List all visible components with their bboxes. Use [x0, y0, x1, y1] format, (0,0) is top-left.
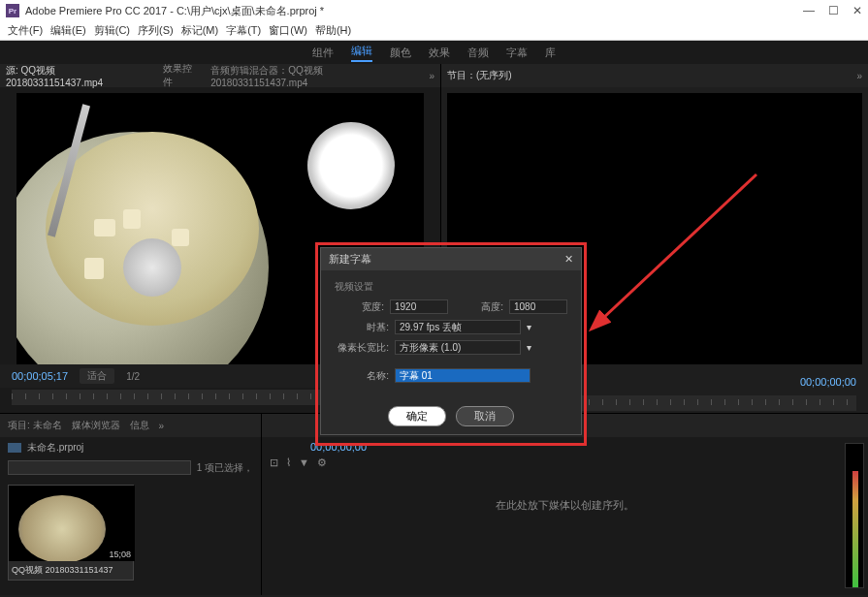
- marker-icon[interactable]: ▼: [299, 456, 309, 469]
- clip-name: QQ视频 20180331151437: [9, 561, 133, 580]
- timebase-dropdown[interactable]: [395, 320, 521, 334]
- source-panel-tabs: 源: QQ视频 20180331151437.mp4 效果控件 音频剪辑混合器：…: [0, 64, 440, 87]
- cancel-button[interactable]: 取消: [456, 406, 514, 426]
- menu-sequence[interactable]: 序列(S): [136, 23, 176, 38]
- timeline-tools: ⊡ ⌇ ▼ ⚙: [262, 453, 868, 473]
- dialog-titlebar[interactable]: 新建字幕 ✕: [321, 248, 581, 270]
- workspace-tabs: 组件 编辑 颜色 效果 音频 字幕 库: [0, 41, 868, 64]
- thumbnail-image: 15;08: [9, 486, 135, 561]
- source-tab-clip[interactable]: 源: QQ视频 20180331151437.mp4: [6, 64, 153, 88]
- panel-menu-icon[interactable]: »: [429, 71, 434, 81]
- ws-tab-color[interactable]: 颜色: [390, 46, 411, 60]
- project-panel-menu-icon[interactable]: »: [159, 421, 165, 431]
- ok-button[interactable]: 确定: [388, 406, 446, 426]
- dialog-close-icon[interactable]: ✕: [564, 253, 573, 266]
- project-filter-input[interactable]: [8, 460, 191, 475]
- menu-bar: 文件(F) 编辑(E) 剪辑(C) 序列(S) 标记(M) 字幕(T) 窗口(W…: [0, 21, 868, 41]
- dialog-title: 新建字幕: [329, 252, 371, 267]
- timeline-empty-hint: 在此处放下媒体以创建序列。: [496, 497, 634, 512]
- menu-edit[interactable]: 编辑(E): [48, 23, 88, 38]
- par-dropdown[interactable]: [395, 340, 521, 355]
- project-filter-row: 1 项已选择，: [0, 458, 261, 477]
- link-icon[interactable]: ⌇: [286, 456, 291, 469]
- width-label: 宽度:: [335, 300, 384, 314]
- project-thumbnails: 15;08 QQ视频 20180331151437: [0, 477, 261, 588]
- ws-tab-libraries[interactable]: 库: [545, 46, 556, 60]
- timeline-timecode[interactable]: 00;00;00;00: [262, 437, 868, 453]
- ws-tab-titles[interactable]: 字幕: [506, 46, 528, 60]
- name-label: 名称:: [335, 369, 389, 383]
- chevron-down-icon[interactable]: ▾: [527, 342, 531, 353]
- project-panel: 项目: 未命名 媒体浏览器 信息 » 未命名.prproj 1 项已选择， 15…: [0, 414, 262, 595]
- info-tab[interactable]: 信息: [130, 419, 149, 432]
- app-icon: Pr: [6, 4, 19, 17]
- ws-tab-effects[interactable]: 效果: [429, 46, 450, 60]
- clip-thumbnail[interactable]: 15;08 QQ视频 20180331151437: [8, 485, 134, 581]
- chevron-down-icon[interactable]: ▾: [527, 322, 531, 332]
- ws-tab-editing[interactable]: 编辑: [351, 44, 372, 62]
- source-fit-dropdown[interactable]: 适合: [80, 368, 114, 384]
- program-timecode[interactable]: 00;00;00;00: [800, 376, 856, 388]
- program-panel-menu-icon[interactable]: »: [856, 71, 862, 81]
- height-label: 高度:: [454, 300, 503, 314]
- par-label: 像素长宽比:: [335, 341, 389, 355]
- program-panel-tabs: 节目：(无序列) »: [441, 64, 868, 87]
- width-input[interactable]: [390, 299, 448, 314]
- bin-icon: [8, 443, 21, 453]
- timeline-panel: 00;00;00;00 ⊡ ⌇ ▼ ⚙ 在此处放下媒体以创建序列。: [262, 414, 868, 595]
- minimize-button[interactable]: —: [803, 4, 815, 17]
- window-controls: — ☐ ✕: [803, 4, 862, 17]
- source-tab-audio-mixer[interactable]: 音频剪辑混合器：QQ视频 20180331151437.mp4: [210, 64, 419, 88]
- menu-marker[interactable]: 标记(M): [179, 23, 221, 38]
- ws-tab-audio[interactable]: 音频: [467, 46, 489, 60]
- maximize-button[interactable]: ☐: [828, 4, 839, 17]
- project-tabs: 项目: 未命名 媒体浏览器 信息 »: [0, 414, 261, 437]
- project-bin-row[interactable]: 未命名.prproj: [0, 437, 261, 458]
- source-zoom-dropdown[interactable]: 1/2: [126, 371, 140, 382]
- close-button[interactable]: ✕: [852, 4, 862, 17]
- new-title-dialog: 新建字幕 ✕ 视频设置 宽度: 高度: 时基: ▾ 像素长宽比: ▾ 名称: 确…: [320, 247, 582, 435]
- title-bar: Pr Adobe Premiere Pro CC 2017 - C:\用户\cj…: [0, 0, 868, 21]
- snap-icon[interactable]: ⊡: [270, 456, 278, 469]
- window-title: Adobe Premiere Pro CC 2017 - C:\用户\cjx\桌…: [25, 4, 324, 18]
- timebase-label: 时基:: [335, 321, 389, 334]
- selection-count: 1 项已选择，: [197, 461, 253, 475]
- menu-help[interactable]: 帮助(H): [313, 23, 353, 38]
- clip-duration: 15;08: [109, 550, 131, 559]
- media-browser-tab[interactable]: 媒体浏览器: [72, 419, 120, 432]
- lower-area: 项目: 未命名 媒体浏览器 信息 » 未命名.prproj 1 项已选择， 15…: [0, 413, 868, 595]
- menu-window[interactable]: 窗口(W): [267, 23, 309, 38]
- title-name-input[interactable]: [395, 368, 530, 383]
- menu-title[interactable]: 字幕(T): [224, 23, 263, 38]
- audio-meter: [845, 443, 864, 588]
- source-timecode[interactable]: 00;00;05;17: [12, 370, 68, 382]
- settings-icon[interactable]: ⚙: [317, 456, 327, 469]
- project-tab[interactable]: 项目: 未命名: [8, 419, 62, 432]
- project-name: 未命名.prproj: [27, 441, 83, 455]
- height-input[interactable]: [509, 299, 567, 314]
- program-tab[interactable]: 节目：(无序列): [447, 69, 512, 82]
- ws-tab-assembly[interactable]: 组件: [312, 46, 334, 60]
- video-settings-label: 视频设置: [335, 280, 567, 294]
- source-tab-effect-controls[interactable]: 效果控件: [163, 62, 201, 89]
- menu-file[interactable]: 文件(F): [6, 23, 45, 38]
- menu-clip[interactable]: 剪辑(C): [92, 23, 132, 38]
